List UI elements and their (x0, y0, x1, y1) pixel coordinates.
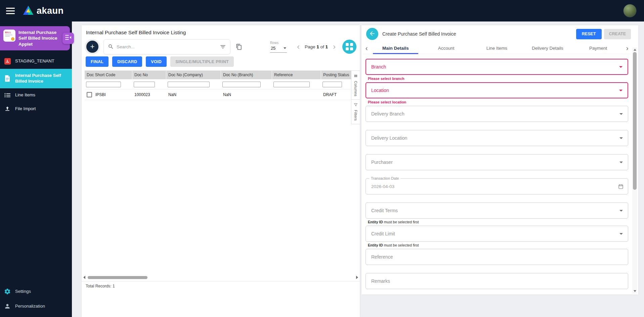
field-block-credit-terms: Credit TermsEntity ID must be selected f… (366, 202, 628, 224)
avatar[interactable] (623, 4, 637, 17)
tab-payment[interactable]: Payment (573, 43, 624, 54)
form-fields: BranchPlease select branchLocationPlease… (366, 54, 628, 289)
filter-list-icon[interactable] (220, 44, 226, 50)
tab-line-items[interactable]: Line Items (472, 43, 522, 54)
filter-input-posting-status[interactable] (323, 82, 342, 87)
topbar: akaun (0, 0, 644, 21)
table-filter-row (85, 79, 353, 89)
total-records: Total Records: 1 (82, 281, 360, 291)
purchaser-select[interactable]: Purchaser (366, 154, 628, 170)
page-indicator: Page 1 of 1 (305, 44, 328, 49)
list-icon (3, 93, 11, 98)
filter-input-reference[interactable] (273, 82, 310, 87)
hamburger-menu-icon[interactable] (6, 8, 15, 14)
cell-doc-no-branch: NaN (221, 89, 272, 100)
filter-input-doc-short-code[interactable] (86, 82, 121, 87)
field-block-location: LocationPlease select location (366, 82, 628, 104)
row-checkbox[interactable] (87, 92, 92, 97)
vertical-scrollbar (632, 47, 637, 293)
cell-doc-no-company: NaN (166, 89, 221, 100)
sidebar-nav: STAGING_TENANTInternal Purchase Self Bil… (0, 54, 72, 116)
columns-icon (354, 73, 358, 79)
tab-account[interactable]: Account (421, 43, 472, 54)
side-tab-label: Columns (354, 81, 358, 96)
dropdown-caret-icon (284, 47, 286, 49)
final-button[interactable]: FINAL (86, 56, 109, 67)
filter-input-doc-no-company[interactable] (168, 82, 210, 87)
dropdown-caret-icon (619, 233, 623, 235)
tabs-scroll-left-icon[interactable]: ‹ (363, 44, 370, 52)
prev-page-button[interactable]: ‹ (297, 43, 300, 51)
vertical-scrollbar-thumb[interactable] (633, 52, 637, 190)
transaction-date-field[interactable]: Transaction Date2026-04-03 (366, 178, 628, 194)
field-block-delivery-location: Delivery Location (366, 130, 628, 146)
rows-per-page-select[interactable]: Rows 25 (270, 41, 287, 53)
filter-input-doc-no[interactable] (134, 82, 155, 87)
next-page-button[interactable]: › (333, 43, 336, 51)
reset-button[interactable]: RESET (576, 29, 602, 39)
void-button[interactable]: VOID (146, 56, 167, 67)
filters-side-tab[interactable]: Filters (351, 100, 360, 124)
form-header: Create Purchase Self Billed Invoice RESE… (361, 25, 638, 43)
invoice-document-icon (3, 75, 11, 82)
add-button[interactable]: + (85, 39, 100, 54)
filter-input-doc-no-branch[interactable] (222, 82, 261, 87)
copy-icon[interactable] (236, 44, 242, 50)
sidebar-item-personalization[interactable]: Personalization (0, 299, 72, 314)
location-select[interactable]: Location (366, 82, 628, 98)
filter-cell-posting-status (321, 81, 353, 87)
tab-delivery-details[interactable]: Delivery Details (522, 43, 573, 54)
delivery-branch-select[interactable]: Delivery Branch (366, 106, 628, 122)
table-header-row: Doc Short CodeDoc NoDoc No (Company)Doc … (85, 71, 353, 79)
scroll-down-arrow[interactable] (634, 290, 636, 292)
credit-terms-select[interactable]: Credit Terms (366, 202, 628, 219)
form-tabs: Main DetailsAccountLine ItemsDelivery De… (370, 43, 624, 54)
dropdown-caret-icon (619, 137, 623, 139)
back-button[interactable] (366, 28, 378, 40)
cell-doc-short-code: IPSBI (85, 89, 132, 100)
table-row[interactable]: IPSBI1000023NaNNaNDRAFT (85, 89, 353, 100)
scroll-up-arrow[interactable] (634, 49, 636, 51)
side-tab-label: Filters (354, 110, 358, 121)
action-buttons-row: FINALDISCARDVOIDSINGLE/MULTIPLE PRINT (86, 56, 234, 67)
listing-controls: + Rows 25 ‹ (85, 38, 356, 55)
field-label: Reference (371, 254, 393, 260)
field-label: Transaction Date (369, 176, 400, 180)
field-block-transaction-date: Transaction Date2026-04-03 (366, 178, 628, 194)
column-header-reference[interactable]: Reference (272, 71, 321, 79)
delivery-location-select[interactable]: Delivery Location (366, 130, 628, 146)
credit-limit-select[interactable]: Credit Limit (366, 226, 628, 242)
column-header-posting-status[interactable]: Posting Status (321, 71, 353, 79)
sidebar-item-internal-purchase-self-billed-invoice[interactable]: Internal Purchase Self Billed Invoice (0, 69, 72, 88)
column-header-doc-no-branch[interactable]: Doc No (Branch) (221, 71, 272, 79)
single-multiple-print-button[interactable]: SINGLE/MULTIPLE PRINT (170, 56, 234, 67)
sidebar-item-line-items[interactable]: Line Items (0, 88, 72, 102)
columns-side-tab[interactable]: Columns (351, 71, 360, 100)
sidebar-collapse-button[interactable] (62, 33, 74, 44)
tab-main-details[interactable]: Main Details (370, 43, 421, 54)
column-header-doc-no[interactable]: Doc No (132, 71, 166, 79)
scroll-left-arrow[interactable] (83, 276, 85, 279)
column-header-doc-no-company[interactable]: Doc No (Company) (166, 71, 221, 79)
column-header-doc-short-code[interactable]: Doc Short Code (85, 71, 132, 79)
tabs-scroll-right-icon[interactable]: › (624, 44, 631, 52)
table-body: IPSBI1000023NaNNaNDRAFT (85, 89, 353, 100)
calendar-icon[interactable] (618, 183, 624, 189)
search-input[interactable] (117, 44, 220, 49)
remarks-input[interactable]: Remarks (366, 273, 628, 289)
reference-input[interactable]: Reference (366, 249, 628, 265)
sidebar-item-staging-tenant[interactable]: STAGING_TENANT (0, 54, 72, 69)
sidebar-item-label: Personalization (15, 304, 45, 309)
create-button[interactable]: CREATE (604, 29, 631, 39)
gear-icon (3, 288, 11, 295)
discard-button[interactable]: DISCARD (112, 56, 142, 67)
sidebar-item-file-import[interactable]: File Import (0, 102, 72, 116)
scroll-right-arrow[interactable] (356, 276, 358, 279)
filter-cell-doc-short-code (85, 81, 132, 87)
cell-posting-status: DRAFT (321, 89, 353, 100)
horizontal-scrollbar-thumb[interactable] (88, 276, 147, 279)
sidebar-item-settings[interactable]: Settings (0, 284, 72, 299)
sidebar-item-label: Internal Purchase Self Billed Invoice (15, 73, 69, 84)
grid-view-button[interactable] (342, 40, 356, 54)
branch-select[interactable]: Branch (366, 59, 628, 75)
